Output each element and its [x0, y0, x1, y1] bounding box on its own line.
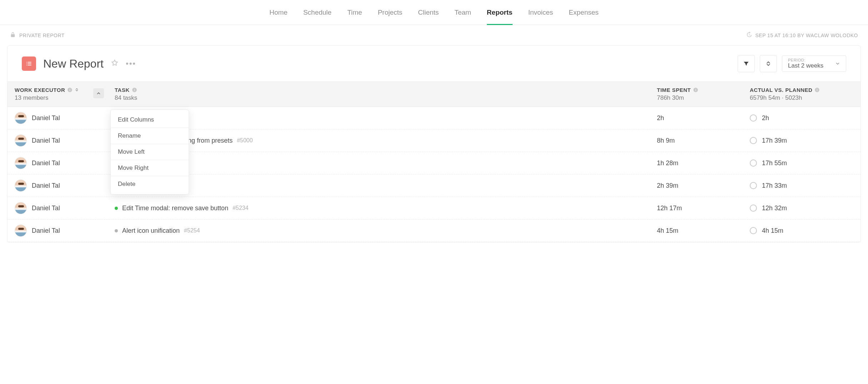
cell-time-spent: 1h 28m: [657, 159, 750, 167]
report-title: New Report: [43, 57, 104, 70]
report-table: WORK EXECUTOR 13 members TASK 84 tasks: [8, 82, 860, 242]
column-context-menu: Edit ColumnsRenameMove LeftMove RightDel…: [110, 109, 189, 195]
column-header-time-spent[interactable]: TIME SPENT 786h 30m: [657, 87, 750, 102]
cell-task: Alert icon unification#5254: [115, 227, 657, 235]
info-icon: [132, 87, 137, 93]
column-label: TIME SPENT: [657, 87, 691, 93]
column-header-executor[interactable]: WORK EXECUTOR 13 members: [15, 87, 115, 102]
status-dot-icon: [115, 207, 118, 210]
history-icon: [746, 31, 752, 39]
column-summary: 84 tasks: [115, 94, 657, 102]
report-panel: New Report ••• PERIOD: Last 2 weeks: [7, 45, 861, 242]
row-select-radio[interactable]: [750, 205, 757, 212]
cell-executor: Daniel Tal: [15, 134, 115, 147]
column-menu-trigger[interactable]: [93, 88, 104, 98]
column-label: TASK: [115, 87, 130, 93]
cell-actual-vs-planned: 12h 32m: [750, 205, 853, 212]
cell-time-spent: 2h 39m: [657, 182, 750, 189]
column-menu-item[interactable]: Rename: [111, 128, 189, 144]
cell-executor: Daniel Tal: [15, 157, 115, 169]
avatar: [15, 157, 27, 169]
cell-actual-vs-planned: 17h 33m: [750, 182, 853, 189]
executor-name: Daniel Tal: [32, 227, 60, 235]
table-header: WORK EXECUTOR 13 members TASK 84 tasks: [8, 82, 860, 107]
lock-icon: [10, 32, 16, 39]
actual-value: 2h: [762, 114, 769, 122]
executor-name: Daniel Tal: [32, 182, 60, 189]
column-header-task[interactable]: TASK 84 tasks: [115, 87, 657, 102]
nav-item-reports[interactable]: Reports: [487, 0, 513, 25]
column-menu-item[interactable]: Delete: [111, 176, 189, 192]
executor-name: Daniel Tal: [32, 205, 60, 212]
avatar: [15, 134, 27, 147]
cell-actual-vs-planned: 2h: [750, 114, 853, 122]
report-list-icon: [22, 56, 36, 71]
actual-value: 17h 55m: [762, 159, 787, 167]
column-menu-item[interactable]: Move Left: [111, 144, 189, 160]
cell-time-spent: 2h: [657, 114, 750, 122]
panel-header: New Report ••• PERIOD: Last 2 weeks: [8, 46, 860, 82]
cell-actual-vs-planned: 17h 39m: [750, 137, 853, 144]
more-menu-icon[interactable]: •••: [126, 59, 136, 68]
executor-name: Daniel Tal: [32, 159, 60, 167]
cell-executor: Daniel Tal: [15, 225, 115, 237]
nav-item-clients[interactable]: Clients: [418, 0, 439, 25]
row-select-radio[interactable]: [750, 227, 757, 234]
nav-item-expenses[interactable]: Expenses: [569, 0, 598, 25]
cell-task: hours instead of selecting from presets#…: [115, 137, 657, 144]
actual-value: 17h 33m: [762, 182, 787, 189]
info-icon: [693, 87, 698, 93]
column-menu-item[interactable]: Edit Columns: [111, 112, 189, 128]
executor-name: Daniel Tal: [32, 137, 60, 144]
table-row[interactable]: Daniel TalEdit Time modal: remove save b…: [8, 197, 860, 220]
avatar: [15, 202, 27, 214]
cell-time-spent: 12h 17m: [657, 205, 750, 212]
column-header-actual-vs-planned[interactable]: ACTUAL VS. PLANNED 6579h 54m · 5023h: [750, 87, 853, 102]
row-select-radio[interactable]: [750, 114, 757, 122]
cell-task: e columns#5036: [115, 159, 657, 167]
row-select-radio[interactable]: [750, 182, 757, 189]
last-edited: SEP 15 AT 16:10 BY WACLAW WOLODKO: [746, 31, 858, 39]
column-label: ACTUAL VS. PLANNED: [750, 87, 812, 93]
nav-item-home[interactable]: Home: [269, 0, 288, 25]
period-value: Last 2 weeks: [788, 62, 823, 69]
cell-executor: Daniel Tal: [15, 202, 115, 214]
actual-value: 4h 15m: [762, 227, 783, 235]
task-name: Edit Time modal: remove save button: [122, 205, 228, 212]
cell-executor: Daniel Tal: [15, 112, 115, 124]
filter-button[interactable]: [738, 55, 755, 72]
column-label: WORK EXECUTOR: [15, 87, 65, 93]
status-dot-icon: [115, 229, 118, 232]
row-select-radio[interactable]: [750, 159, 757, 167]
avatar: [15, 225, 27, 237]
info-icon: [814, 87, 820, 93]
cell-task: Edit Time modal: remove save button#5234: [115, 205, 657, 212]
nav-item-time[interactable]: Time: [347, 0, 362, 25]
star-icon[interactable]: [111, 59, 119, 68]
sort-indicator-icon: [75, 87, 79, 93]
nav-item-invoices[interactable]: Invoices: [528, 0, 553, 25]
chevron-down-icon: [835, 61, 840, 66]
task-id: #5254: [184, 227, 200, 234]
nav-item-projects[interactable]: Projects: [378, 0, 403, 25]
cell-actual-vs-planned: 17h 55m: [750, 159, 853, 167]
nav-item-team[interactable]: Team: [454, 0, 471, 25]
period-select[interactable]: PERIOD: Last 2 weeks: [782, 55, 846, 72]
top-nav: HomeScheduleTimeProjectsClientsTeamRepor…: [0, 0, 868, 25]
history-text: SEP 15 AT 16:10 BY WACLAW WOLODKO: [755, 33, 858, 38]
cell-time-spent: 8h 9m: [657, 137, 750, 144]
cell-executor: Daniel Tal: [15, 179, 115, 192]
executor-name: Daniel Tal: [32, 114, 60, 122]
avatar: [15, 179, 27, 192]
column-summary: 6579h 54m · 5023h: [750, 94, 853, 102]
cell-task: up v2 - MVP#5189: [115, 182, 657, 189]
column-menu-item[interactable]: Move Right: [111, 160, 189, 176]
row-select-radio[interactable]: [750, 137, 757, 144]
cell-time-spent: 4h 15m: [657, 227, 750, 235]
meta-bar: PRIVATE REPORT SEP 15 AT 16:10 BY WACLAW…: [0, 25, 868, 45]
task-id: #5234: [233, 205, 249, 211]
sort-button[interactable]: [760, 55, 777, 72]
nav-item-schedule[interactable]: Schedule: [303, 0, 331, 25]
table-row[interactable]: Daniel TalAlert icon unification#52544h …: [8, 220, 860, 242]
column-summary: 786h 30m: [657, 94, 750, 102]
